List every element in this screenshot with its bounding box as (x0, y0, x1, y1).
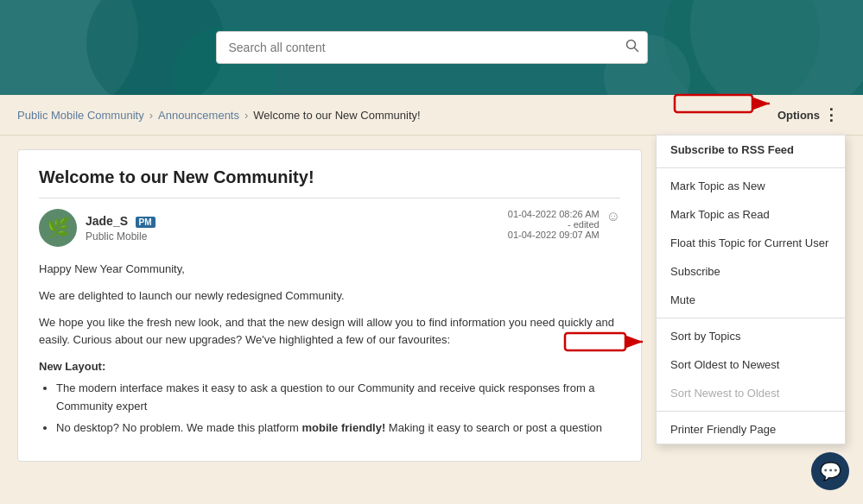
dropdown-item-mark-read[interactable]: Mark Topic as Read (657, 200, 845, 229)
dropdown-item-sort-oldest[interactable]: Sort Oldest to Newest (657, 350, 845, 379)
breadcrumb-sep-1: › (149, 109, 153, 122)
new-layout-title: New Layout: (39, 358, 620, 376)
breadcrumb-current: Welcome to our New Community! (253, 109, 420, 122)
bullet2-prefix: No desktop? No problem. We made this pla… (56, 421, 301, 434)
avatar: 🌿 (39, 209, 77, 247)
dropdown-item-printer[interactable]: Printer Friendly Page (657, 415, 845, 444)
post-card: Welcome to our New Community! 🌿 Jade_S P… (17, 149, 642, 462)
options-dots-icon: ⋮ (823, 107, 839, 123)
dropdown-item-rss[interactable]: Subscribe to RSS Feed (657, 135, 845, 164)
post-meta: 🌿 Jade_S PM Public Mobile 01-04-2022 08:… (39, 209, 620, 247)
search-input[interactable] (216, 31, 648, 64)
breadcrumb-home[interactable]: Public Mobile Community (17, 109, 144, 122)
svg-line-1 (634, 48, 638, 52)
bullet2-suffix: Making it easy to search or post a quest… (385, 421, 602, 434)
smiley-icon[interactable]: ☺ (606, 209, 620, 224)
bullet2-bold: mobile friendly! (301, 421, 385, 434)
options-dropdown: Subscribe to RSS Feed Mark Topic as New … (656, 135, 846, 444)
dropdown-divider-1 (657, 167, 845, 168)
feature-list: The modern interface makes it easy to as… (56, 380, 620, 437)
dropdown-item-mark-new[interactable]: Mark Topic as New (657, 172, 845, 200)
author-info: 🌿 Jade_S PM Public Mobile (39, 209, 155, 247)
page-header (0, 0, 863, 95)
timestamp-area: 01-04-2022 08:26 AM - edited 01-04-2022 … (508, 209, 620, 240)
timestamp-edited-label: - edited (508, 219, 600, 230)
dropdown-item-sort-topics[interactable]: Sort by Topics (657, 322, 845, 350)
body-intro: We are delighted to launch our newly red… (39, 287, 620, 306)
dropdown-divider-2 (657, 318, 845, 318)
author-name-row: Jade_S PM (86, 213, 155, 229)
author-role: Public Mobile (86, 230, 155, 243)
author-name: Jade_S (86, 214, 128, 228)
dropdown-item-mute[interactable]: Mute (657, 286, 845, 314)
author-details: Jade_S PM Public Mobile (86, 213, 155, 243)
breadcrumb-bar: Public Mobile Community › Announcements … (0, 95, 863, 135)
chat-button[interactable]: 💬 (811, 452, 849, 490)
feature-item-1: The modern interface makes it easy to as… (56, 380, 620, 416)
body-greeting: Happy New Year Community, (39, 261, 620, 279)
search-button[interactable] (625, 39, 639, 56)
breadcrumb-sep-2: › (244, 109, 248, 122)
post-body: Happy New Year Community, We are delight… (39, 261, 620, 437)
options-container: Options ⋮ Subscribe to RSS Feed Mark Top… (771, 104, 846, 126)
timestamp-edited: 01-04-2022 09:07 AM (508, 230, 600, 240)
body-hope: We hope you like the fresh new look, and… (39, 314, 620, 350)
options-button[interactable]: Options ⋮ (771, 104, 846, 126)
chat-icon: 💬 (820, 461, 841, 482)
search-bar (216, 31, 648, 64)
breadcrumb-announcements[interactable]: Announcements (158, 109, 239, 122)
pm-badge: PM (136, 217, 155, 228)
feature-item-2: No desktop? No problem. We made this pla… (56, 419, 620, 438)
post-timestamp: 01-04-2022 08:26 AM - edited 01-04-2022 … (508, 209, 600, 240)
svg-rect-3 (675, 95, 752, 112)
options-label: Options (777, 109, 820, 122)
avatar-icon: 🌿 (47, 217, 70, 239)
timestamp-posted: 01-04-2022 08:26 AM (508, 209, 600, 219)
breadcrumb: Public Mobile Community › Announcements … (17, 109, 421, 122)
dropdown-divider-3 (657, 411, 845, 412)
dropdown-item-float[interactable]: Float this Topic for Current User (657, 229, 845, 257)
post-title: Welcome to our New Community! (39, 167, 620, 198)
dropdown-item-subscribe[interactable]: Subscribe (657, 257, 845, 286)
search-icon (625, 39, 639, 53)
dropdown-item-sort-newest: Sort Newest to Oldest (657, 379, 845, 407)
